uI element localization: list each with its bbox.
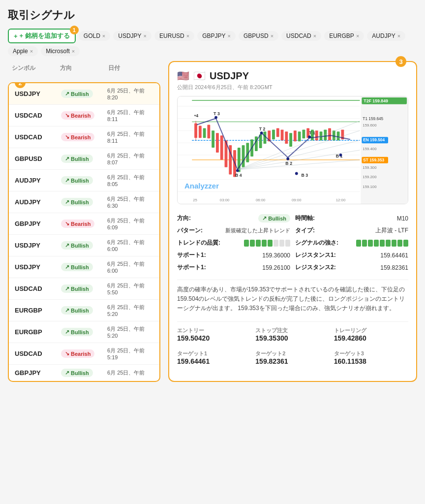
symbol-cell: EURGBP xyxy=(15,328,61,336)
direction-badge: ↘ Bearish xyxy=(61,349,94,358)
add-ticker-label: + 銘柄を追加する xyxy=(20,32,70,40)
ticker-USDCAD[interactable]: USDCAD × xyxy=(281,31,321,41)
type-label: タイプ: xyxy=(295,226,315,235)
svg-text:T 2: T 2 xyxy=(259,126,266,131)
svg-point-68 xyxy=(339,154,342,157)
direction-badge: ↗ Bullish xyxy=(61,90,93,98)
svg-point-62 xyxy=(286,158,289,160)
svg-text:T 1: T 1 xyxy=(309,130,315,135)
table-row[interactable]: GBPUSD ↗ Bullish 6月 25日、午前8:07 xyxy=(9,148,159,170)
resistance1-label: レジスタンス1: xyxy=(295,251,336,259)
svg-text:09:00: 09:00 xyxy=(292,198,302,202)
main-layout: シンボル 方向 日付 2 USDJPY ↗ Bullish 6月 25日、午前8… xyxy=(8,61,417,382)
symbol-cell: USDCAD xyxy=(15,133,61,141)
down-arrow-icon: ↘ xyxy=(65,220,69,227)
sbar xyxy=(356,240,361,247)
direction-badge: ↗ Bullish xyxy=(61,328,93,336)
sbar xyxy=(380,240,385,247)
ticker-Microsoft[interactable]: Microsoft × xyxy=(41,46,80,56)
signal-list-panel: シンボル 方向 日付 2 USDJPY ↗ Bullish 6月 25日、午前8… xyxy=(8,61,160,382)
svg-text:B 2: B 2 xyxy=(285,161,292,166)
direction-badge: ↗ Bullish xyxy=(61,176,93,185)
close-icon[interactable]: × xyxy=(72,48,75,54)
close-icon[interactable]: × xyxy=(397,33,400,39)
qbar xyxy=(273,240,278,247)
date-cell: 6月 25日、午前8:07 xyxy=(107,152,153,165)
table-row[interactable]: EURGBP ↗ Bullish 6月 25日、午前5:20 xyxy=(9,321,159,343)
ticker-GBPJPY[interactable]: GBPJPY × xyxy=(197,31,236,41)
table-row[interactable]: EURGBP ↗ Bullish 6月 25日、午前5:20 xyxy=(9,300,159,321)
signal-strength-bars xyxy=(356,240,408,247)
table-row[interactable]: USDCAD ↗ Bullish 6月 25日、午前5:50 xyxy=(9,278,159,300)
timeframe-value: M10 xyxy=(397,215,408,222)
detail-section: 方向: ↗ Bullish パターン: 新規確定した上昇トレンド トレンドの品質… xyxy=(177,212,408,274)
svg-text:T1  159.645: T1 159.645 xyxy=(363,116,383,121)
symbol-cell: USDCAD xyxy=(15,112,61,119)
close-icon[interactable]: × xyxy=(313,33,316,39)
ticker-EURGBP[interactable]: EURGBP × xyxy=(324,31,364,41)
svg-rect-45 xyxy=(328,128,331,140)
table-row[interactable]: USDCAD ↘ Bearish 6月 25日、午前8:11 xyxy=(9,105,159,126)
sbar xyxy=(362,240,367,247)
direction-badge: ↗ Bullish xyxy=(61,198,93,206)
table-row[interactable]: USDJPY ↗ Bullish 6月 25日、午前6:00 xyxy=(9,256,159,278)
close-icon[interactable]: × xyxy=(271,33,273,39)
table-row[interactable]: USDCAD ↘ Bearish 6月 25日、午前5:19 xyxy=(9,343,159,365)
close-icon[interactable]: × xyxy=(186,33,189,39)
table-row[interactable]: USDJPY ↗ Bullish 6月 25日、午前6:00 xyxy=(9,235,159,256)
close-icon[interactable]: × xyxy=(144,33,147,39)
direction-badge: ↗ Bullish xyxy=(61,306,93,315)
svg-rect-37 xyxy=(294,130,297,141)
detail-right-col: 時間軸: M10 タイプ: 上昇波 - LTF シグナルの強さ: xyxy=(295,212,408,274)
sbar xyxy=(386,240,391,247)
quality-row: トレンドの品質: xyxy=(177,237,290,249)
entry-label: エントリー xyxy=(177,327,251,334)
date-cell: 6月 25日、午前8:11 xyxy=(107,109,153,122)
timeframe-label: 時間軸: xyxy=(295,214,315,222)
col-date: 日付 xyxy=(108,64,156,72)
support2-label: サポート1: xyxy=(177,263,206,272)
close-icon[interactable]: × xyxy=(356,33,359,39)
date-cell: 6月 25日、午前6:09 xyxy=(107,217,153,230)
page-title: 取引シグナル xyxy=(8,8,417,23)
pattern-label: パターン: xyxy=(177,226,203,235)
entry-value: 159.50420 xyxy=(177,334,251,342)
flag-us: 🇺🇸 xyxy=(177,70,189,82)
sbar xyxy=(392,240,396,247)
symbol-cell: EURGBP xyxy=(15,307,61,314)
close-icon[interactable]: × xyxy=(228,33,231,39)
direction-row: 方向: ↗ Bullish xyxy=(177,212,290,224)
table-row[interactable]: AUDJPY ↗ Bullish 6月 25日、午前6:30 xyxy=(9,191,159,213)
direction-badge: ↗ Bullish xyxy=(61,284,93,293)
signal-strength-label: シグナルの強さ: xyxy=(295,239,338,247)
table-row[interactable]: AUDJPY ↗ Bullish 6月 25日、午前8:05 xyxy=(9,170,159,191)
table-row[interactable]: USDCAD ↘ Bearish 6月 25日、午前8:11 xyxy=(9,126,159,148)
ticker-EURUSD[interactable]: EURUSD × xyxy=(154,31,194,41)
add-ticker-button[interactable]: + + 銘柄を追加する 1 xyxy=(8,29,76,43)
svg-rect-32 xyxy=(272,129,275,139)
col-symbol: シンボル xyxy=(12,64,60,72)
target3-label: ターゲット3 xyxy=(334,350,408,357)
target2-value: 159.82361 xyxy=(255,357,330,365)
add-badge: 1 xyxy=(70,26,79,34)
ticker-USDJPY[interactable]: USDJPY × xyxy=(113,31,152,41)
svg-text:159.300: 159.300 xyxy=(363,165,377,170)
list-header: シンボル 方向 日付 xyxy=(8,61,160,75)
table-row[interactable]: GBPJPY ↗ Bullish 6月 25日、午前 xyxy=(9,365,159,381)
svg-rect-17 xyxy=(207,125,210,138)
detail-published: 公開日 2024年6月25日、午前 8:20GMT xyxy=(177,84,408,91)
col-direction: 方向 xyxy=(60,64,108,72)
target1-cell: ターゲット1 159.64461 xyxy=(177,350,251,365)
ticker-AUDJPY[interactable]: AUDJPY × xyxy=(367,31,405,41)
ticker-GBPUSD[interactable]: GBPUSD × xyxy=(239,31,278,41)
ticker-GOLD[interactable]: GOLD × xyxy=(79,31,110,41)
type-value: 上昇波 - LTF xyxy=(375,226,408,235)
close-icon[interactable]: × xyxy=(102,33,105,39)
close-icon[interactable]: × xyxy=(30,48,33,54)
table-row[interactable]: USDJPY ↗ Bullish 6月 25日、午前8:20 xyxy=(9,83,159,105)
table-row[interactable]: GBPJPY ↘ Bearish 6月 25日、午前6:09 xyxy=(9,213,159,235)
ticker-Apple[interactable]: Apple × xyxy=(8,46,38,56)
svg-rect-39 xyxy=(303,129,305,138)
up-arrow-icon: ↗ xyxy=(262,215,267,221)
sbar xyxy=(397,240,402,247)
